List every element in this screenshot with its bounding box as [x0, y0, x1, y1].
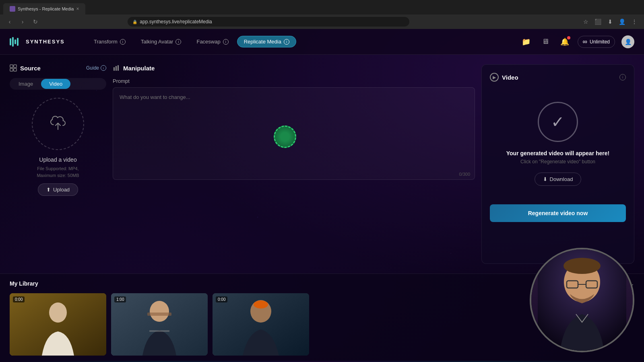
download-icon: ⬇ — [543, 176, 547, 182]
tab-favicon — [10, 6, 15, 12]
library-thumb-2 — [213, 293, 309, 356]
notification-btn[interactable]: 🔔 — [558, 35, 571, 48]
download-btn[interactable]: ⬇ Download — [535, 173, 582, 186]
regenerate-btn[interactable]: Regenerate video now — [490, 204, 626, 222]
tab-talking-avatar-label: Talking Avatar — [141, 39, 173, 45]
download-icon[interactable]: ⬇ — [605, 17, 615, 27]
address-url: app.synthesys.live/replicateMedia — [140, 19, 212, 25]
tab-replicate-media[interactable]: Replicate Media i — [237, 36, 296, 47]
webcam-person — [531, 249, 633, 351]
logo-icon — [10, 37, 23, 47]
video-panel-title-text: Video — [502, 74, 518, 81]
nav-back-btn[interactable]: ‹ — [5, 17, 14, 27]
logo-bar-1 — [10, 38, 11, 45]
browser-right-icons: ☆ ⬛ ⬇ 👤 ⋮ — [581, 17, 639, 27]
nav-tabs: Transform i Talking Avatar i Faceswap i … — [87, 36, 507, 47]
app-header: SYNTHESYS Transform i Talking Avatar i F… — [0, 29, 644, 55]
guide-info-icon[interactable]: i — [101, 65, 106, 71]
library-item-duration-2: 0:00 — [216, 296, 227, 302]
upload-area[interactable] — [32, 98, 84, 150]
source-panel-header: Source Guide i — [10, 64, 106, 72]
checkmark-circle: ✓ — [538, 102, 578, 142]
nav-refresh-btn[interactable]: ↻ — [31, 17, 40, 27]
tab-replicate-media-info[interactable]: i — [284, 39, 289, 45]
upload-btn-icon: ⬆ — [46, 187, 51, 193]
browser-nav-bar: ‹ › ↻ 🔒 app.synthesys.live/replicateMedi… — [0, 14, 644, 29]
tab-replicate-media-label: Replicate Media — [244, 39, 281, 45]
bookmark-icon[interactable]: ☆ — [581, 17, 591, 27]
user-avatar[interactable]: 👤 — [621, 35, 634, 48]
upload-hint: File Supported: MP4, Maximum size: 50MB — [10, 165, 106, 179]
display-icon[interactable]: 🖥 — [539, 35, 552, 48]
video-preview-area: ✓ Your generated video will appear here!… — [490, 90, 626, 204]
logo-bar-2 — [12, 37, 14, 47]
svg-rect-0 — [10, 65, 13, 68]
nav-forward-btn[interactable]: › — [18, 17, 27, 27]
regenerate-label: Regenerate video now — [528, 210, 588, 216]
grid-icon — [10, 64, 17, 72]
library-item-1[interactable]: 1:00 — [111, 293, 208, 356]
profile-icon[interactable]: 👤 — [617, 17, 627, 27]
svg-rect-6 — [118, 65, 119, 71]
video-placeholder-hint: Click on "Regenerate video" button — [520, 159, 595, 165]
unlimited-icon: ∞ — [583, 38, 587, 45]
image-toggle-btn[interactable]: Image — [10, 79, 41, 89]
video-panel-title: ▶ Video — [490, 73, 518, 82]
guide-btn[interactable]: Guide i — [86, 65, 106, 71]
video-info-icon[interactable]: i — [619, 74, 626, 80]
address-lock-icon: 🔒 — [132, 20, 137, 24]
svg-point-21 — [564, 258, 601, 274]
svg-point-15 — [254, 300, 268, 309]
upload-btn[interactable]: ⬆ Upload — [38, 183, 78, 196]
tab-faceswap-label: Faceswap — [196, 39, 220, 45]
tab-talking-avatar[interactable]: Talking Avatar i — [134, 36, 188, 47]
logo-area: SYNTHESYS — [10, 37, 74, 47]
tab-faceswap-info[interactable]: i — [223, 39, 229, 45]
library-thumb-1 — [111, 293, 208, 356]
extensions-icon[interactable]: ⬛ — [593, 17, 603, 27]
svg-rect-5 — [116, 66, 117, 71]
upload-label: Upload a video — [10, 156, 106, 163]
green-cursor-dot — [274, 125, 296, 148]
address-bar[interactable]: 🔒 app.synthesys.live/replicateMedia — [128, 17, 409, 27]
download-label: Download — [550, 176, 573, 182]
upload-cloud-icon — [48, 114, 68, 134]
library-item-duration-0: 0:00 — [13, 296, 25, 302]
tab-transform-label: Transform — [94, 39, 118, 45]
source-panel: Source Guide i Image Video — [10, 64, 106, 264]
video-toggle-btn[interactable]: Video — [41, 79, 70, 89]
guide-label: Guide — [86, 65, 99, 71]
library-item-0[interactable]: 0:00 — [10, 293, 106, 356]
library-thumb-0 — [10, 293, 106, 356]
tab-transform[interactable]: Transform i — [87, 36, 132, 47]
svg-rect-3 — [14, 68, 17, 71]
tab-faceswap[interactable]: Faceswap i — [190, 36, 235, 47]
browser-tab[interactable]: Synthesys - Replicate Media × — [3, 3, 85, 14]
tab-talking-avatar-info[interactable]: i — [175, 39, 181, 45]
main-content: Source Guide i Image Video — [0, 55, 644, 274]
library-title: My Library — [10, 280, 38, 287]
menu-icon[interactable]: ⋮ — [630, 17, 639, 27]
manipulate-title-text: Manipulate — [123, 65, 155, 72]
tab-transform-info[interactable]: i — [120, 39, 126, 45]
files-icon[interactable]: 📁 — [520, 35, 533, 48]
manipulate-header: Manipulate — [113, 64, 475, 72]
image-video-toggle: Image Video — [10, 78, 106, 90]
video-panel-header: ▶ Video i — [490, 73, 626, 82]
logo-text: SYNTHESYS — [26, 39, 65, 45]
svg-rect-1 — [14, 65, 17, 68]
video-panel: ▶ Video i ✓ Your generated video will ap… — [481, 64, 634, 264]
library-item-2[interactable]: 0:00 — [213, 293, 309, 356]
unlimited-label: Unlimited — [590, 39, 610, 45]
browser-chrome: Synthesys - Replicate Media × ‹ › ↻ 🔒 ap… — [0, 0, 644, 29]
prompt-label: Prompt — [113, 78, 475, 84]
header-right: 📁 🖥 🔔 ∞ Unlimited 👤 — [520, 35, 634, 48]
svg-rect-12 — [149, 330, 169, 332]
play-circle-icon: ▶ — [490, 73, 499, 82]
upload-hint-line1: File Supported: MP4, — [37, 166, 78, 171]
browser-tabs-bar: Synthesys - Replicate Media × — [0, 0, 644, 14]
unlimited-badge: ∞ Unlimited — [578, 36, 615, 48]
tab-close-btn[interactable]: × — [76, 6, 79, 12]
library-item-duration-1: 1:00 — [114, 296, 126, 302]
manipulate-icon — [113, 64, 120, 72]
